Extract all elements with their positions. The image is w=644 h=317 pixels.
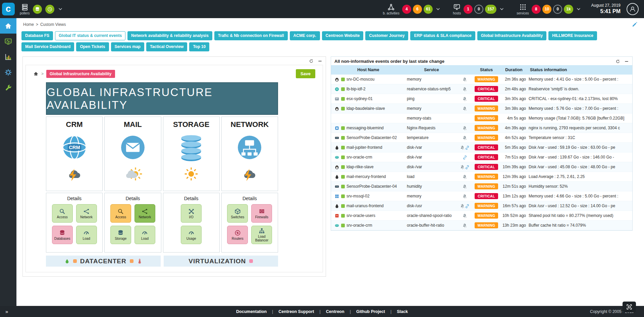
sidebar-item-home[interactable]	[0, 18, 16, 34]
tab-top-10[interactable]: Top 10	[189, 42, 209, 51]
tile-mail-load[interactable]: Load	[135, 226, 155, 244]
badge-services-critical[interactable]: 8	[532, 5, 541, 14]
tile-crm-access[interactable]: Access	[52, 204, 73, 223]
home-icon[interactable]	[33, 71, 39, 77]
host-name[interactable]: ldap-baudelaire-slave	[346, 106, 385, 111]
host-name[interactable]: srv-oracle-users	[346, 213, 375, 218]
service-name[interactable]: load	[406, 172, 458, 182]
chevron-down-icon[interactable]	[435, 6, 441, 12]
event-row[interactable]: memory-statsWARNING4m 5s agoMemory usage…	[331, 114, 632, 123]
badge-services-ok[interactable]: 1k	[564, 5, 573, 14]
tab-tactical-overview[interactable]: Tactical Overview	[146, 42, 187, 51]
footer-link-github-project[interactable]: Github Project	[356, 309, 385, 314]
service-name[interactable]: oracle-shared-spool-ratio	[406, 211, 458, 221]
pollers-status[interactable]: pollers	[20, 3, 30, 15]
save-button[interactable]: Save	[296, 69, 315, 78]
tile-network-routers[interactable]: Routers	[227, 226, 248, 244]
event-row[interactable]: messaging-bluemindNginx-RequestsWARNING4…	[331, 123, 632, 133]
sidebar-item-configuration[interactable]	[0, 64, 16, 80]
event-row[interactable]: SensorProbe-Datacenter-04humidityWARNING…	[331, 182, 632, 191]
col-host-name[interactable]: Host Name	[331, 65, 406, 75]
topbar-hosts-summary[interactable]: hosts	[453, 3, 461, 15]
col-duration[interactable]: Duration	[500, 65, 527, 75]
host-name[interactable]: srv-DC-moscou	[346, 77, 374, 82]
host-name[interactable]: lb-bip-idf-2	[346, 87, 366, 91]
event-row[interactable]: ldap-baudelaire-slavememoryWARNING3m 38s…	[331, 104, 632, 114]
host-name[interactable]: srv-mssql-02	[346, 194, 370, 198]
tab-open-tickets[interactable]: Open Tickets	[76, 42, 109, 51]
host-name[interactable]: messaging-bluemind	[346, 126, 384, 130]
poller-db-icon[interactable]	[33, 5, 42, 14]
service-name[interactable]: disk-/var	[406, 152, 458, 162]
service-name[interactable]: oracle-buffer-hit-ratio	[406, 221, 458, 230]
tab-network-availability-reliability-analysis[interactable]: Network availability & reliability analy…	[127, 31, 212, 40]
tile-mail-access[interactable]: Access	[110, 204, 131, 223]
badge-hosts-critical[interactable]: 1	[464, 5, 473, 14]
service-name[interactable]: Nginx-Requests	[406, 123, 458, 133]
tile-network-firewalls[interactable]: Firewalls	[251, 204, 272, 223]
col-status[interactable]: Status	[472, 65, 500, 75]
breadcrumb-home[interactable]: Home	[23, 22, 34, 27]
chevron-down-icon[interactable]	[58, 6, 63, 12]
service-name[interactable]: disk-/var	[406, 143, 458, 152]
tile-network-load-balancer[interactable]: Load Balancer	[251, 226, 272, 244]
event-row[interactable]: lb-bip-idf-2realservice-status-smtp5CRIT…	[331, 84, 632, 94]
host-name[interactable]: SensorProbe-Datacenter-02	[346, 135, 397, 140]
topbar-activities-summary[interactable]: b. activities	[383, 3, 399, 15]
service-name[interactable]: ping	[406, 94, 458, 104]
host-name[interactable]: mail-uranus-frontend	[346, 203, 384, 208]
tab-global-infrastructure-availability[interactable]: Global Infrastructure Availability	[477, 31, 547, 40]
service-link-icon[interactable]	[465, 165, 470, 170]
centreon-logo[interactable]: c	[2, 3, 15, 15]
tile-storage-i-o[interactable]: I/O	[181, 204, 202, 223]
service-name[interactable]: temperature	[406, 133, 458, 143]
host-name[interactable]: srv-oracle-crm	[346, 223, 372, 228]
poller-clock-icon[interactable]	[45, 5, 54, 14]
badge-hosts-neutral[interactable]: 0	[474, 5, 483, 14]
service-name[interactable]: memory	[406, 75, 458, 84]
footer-link-centreon[interactable]: Centreon	[326, 309, 344, 314]
chevron-down-icon[interactable]	[499, 6, 504, 12]
tile-mail-network[interactable]: Network	[135, 204, 155, 223]
tab-hillmore-insurance[interactable]: HILLMORE Insurance	[548, 31, 597, 40]
badge-hosts-ok[interactable]: 157	[485, 5, 496, 14]
tile-crm-load[interactable]: Load	[76, 226, 97, 244]
badge-activities-critical[interactable]: 4	[402, 5, 411, 14]
host-name[interactable]: SensorProbe-Datacenter-04	[346, 184, 397, 189]
badge-services-neutral[interactable]: 0	[553, 5, 562, 14]
event-row[interactable]: SensorProbe-Datacenter-02temperatureWARN…	[331, 133, 632, 143]
event-row[interactable]: srv-oracle-crmoracle-buffer-hit-ratioWAR…	[331, 221, 632, 230]
col-service[interactable]: Service	[406, 65, 458, 75]
service-name[interactable]: humidity	[406, 182, 458, 191]
user-avatar[interactable]	[627, 3, 639, 15]
event-row[interactable]: ldap-rilke-slavedisk-/varCRITICAL10m 39s…	[331, 162, 632, 172]
event-row[interactable]: srv-mssql-02memoryCRITICAL13m 12s agoMem…	[331, 191, 632, 201]
edit-view-pencil-icon[interactable]	[632, 22, 637, 27]
service-name[interactable]: realservice-status-smtp5	[406, 84, 458, 94]
tile-network-switches[interactable]: Switches	[227, 204, 248, 223]
sidebar-item-administration[interactable]	[0, 80, 16, 95]
sidebar-expand-icon[interactable]: »	[5, 309, 8, 314]
topbar-services-summary[interactable]: services	[517, 3, 529, 15]
host-name[interactable]: srv-oracle-crm	[346, 155, 372, 160]
refresh-widget-icon[interactable]	[615, 59, 620, 64]
tab-erp-status-sla-compliance[interactable]: ERP status & SLA compliance	[410, 31, 475, 40]
service-link-icon[interactable]	[465, 145, 470, 150]
event-row[interactable]: srv-DC-moscoumemoryWARNING2m 36s agoMemo…	[331, 75, 632, 84]
tab-global-it-status-current-events[interactable]: Global IT status & current events	[55, 31, 125, 40]
badge-activities-ok[interactable]: 61	[424, 5, 433, 14]
collapse-widget-icon[interactable]	[318, 59, 322, 63]
event-row[interactable]: srv-oracle-crmdisk-/varCRITICAL7m 51s ag…	[331, 152, 632, 162]
event-row[interactable]: mail-uranus-frontenddisk-/usrWARNING16m …	[331, 201, 632, 211]
tile-crm-network[interactable]: Network	[76, 204, 97, 223]
tab-trafic-nb-connection-on-firewall[interactable]: Trafic & Nb connection on Firewall	[214, 31, 288, 40]
tab-database-fs[interactable]: Database FS	[21, 31, 53, 40]
tab-mail-service-dashboard[interactable]: Mail Service Dashboard	[21, 42, 74, 51]
sidebar-item-reporting[interactable]	[0, 49, 16, 64]
map-name-badge[interactable]: Global Infrastructure Availability	[46, 70, 115, 78]
tab-acme-corp[interactable]: ACME corp.	[290, 31, 320, 40]
host-name[interactable]: ldap-rilke-slave	[346, 165, 374, 169]
service-name[interactable]: memory	[406, 104, 458, 114]
chevron-down-icon[interactable]	[576, 6, 581, 12]
tile-crm-databases[interactable]: Databases	[52, 226, 73, 244]
